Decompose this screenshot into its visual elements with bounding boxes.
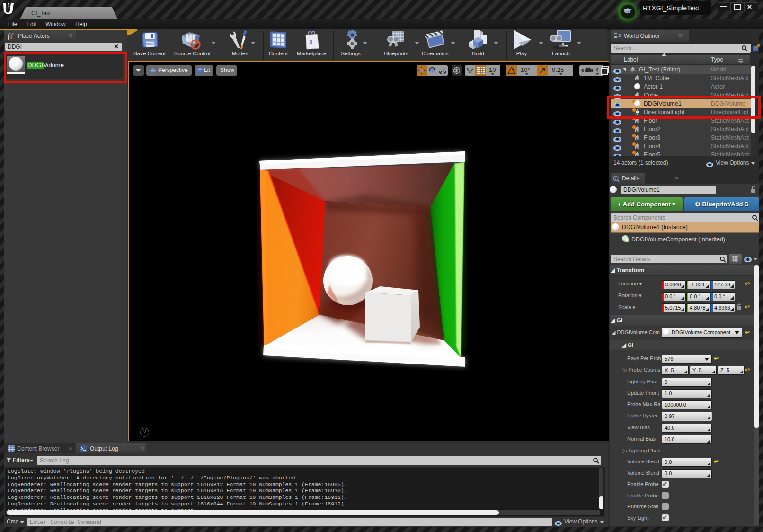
svg-text:i: i: [615, 177, 616, 181]
svg-text:u: u: [309, 38, 312, 45]
